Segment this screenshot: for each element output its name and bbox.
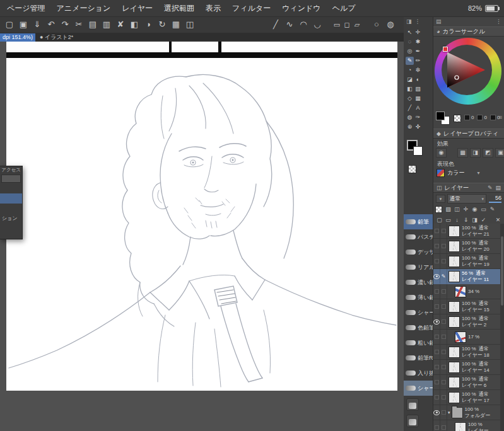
clear-button[interactable]: ✘ [114, 18, 127, 32]
edit-checkbox[interactable] [442, 335, 446, 339]
tool-move[interactable]: ✛ [414, 28, 422, 37]
grid-button[interactable]: ▦ [169, 18, 183, 32]
snap-curve-button[interactable]: ∿ [283, 18, 296, 32]
visibility-cell[interactable] [433, 299, 440, 314]
tool-frame[interactable]: ▦ [414, 95, 422, 103]
visibility-cell[interactable] [433, 314, 440, 329]
subtool-item[interactable]: 色鉛筆 [404, 320, 433, 335]
effect-expression-button[interactable]: ▣ [495, 148, 504, 158]
tool-balloon[interactable]: ◍ [406, 113, 414, 122]
tool-decoration[interactable]: ✼ [414, 66, 422, 74]
edit-state-cell[interactable]: ✎ [440, 284, 447, 299]
sub-color-swatch[interactable] [413, 146, 423, 156]
layer-thumbnail[interactable] [448, 226, 460, 237]
edit-checkbox[interactable] [442, 304, 446, 309]
redo-button[interactable]: ↷ [58, 18, 72, 32]
layer-thumbnail[interactable] [455, 331, 466, 343]
view-prev-button[interactable]: ○ [370, 18, 384, 32]
レイヤー 15[interactable]: ✎ ▾ 100 % 通常 レイヤー 15 [433, 299, 500, 314]
visibility-checkbox[interactable] [435, 229, 439, 233]
レイヤー 19[interactable]: ✎ ▾ 100 % 通常 レイヤー 19 [433, 254, 500, 269]
menu-item[interactable]: アニメーション [51, 0, 117, 16]
quick-access-item[interactable]: ション [0, 214, 22, 224]
edit-state-cell[interactable]: ✎ [440, 254, 447, 268]
tool-gradient[interactable]: ▧ [414, 85, 422, 93]
edit-state-cell[interactable]: ✎ [440, 420, 447, 431]
tool-text[interactable]: A [414, 104, 422, 112]
edit-state-cell[interactable]: ✎ [440, 239, 447, 253]
visibility-checkbox[interactable] [435, 304, 439, 309]
quick-access-item[interactable] [0, 204, 22, 214]
tool-pencil[interactable]: ✎ [406, 57, 414, 65]
visibility-cell[interactable] [433, 345, 440, 359]
tool-lasso[interactable]: ◌ [406, 38, 414, 46]
transparent-color-swatch[interactable] [408, 165, 416, 173]
visibility-checkbox[interactable] [435, 380, 439, 384]
edit-checkbox[interactable] [442, 259, 446, 263]
paste-button[interactable]: ▥ [100, 18, 114, 32]
layer-thumbnail[interactable] [448, 271, 460, 282]
レイヤー 11[interactable]: ✎ ▾ 56 % 通常 レイヤー 11 [433, 269, 500, 284]
snap-special-button[interactable]: ◡ [310, 18, 324, 32]
edit-state-cell[interactable]: ✎ [440, 330, 447, 344]
save-file-button[interactable]: ⇓ [30, 18, 44, 32]
tool-eyedropper[interactable]: ◎ [406, 47, 414, 55]
レイヤー…[interactable]: ✎ ▾ 100 % レイヤー… [433, 420, 500, 431]
レイヤー 21[interactable]: ✎ ▾ 100 % 通常 レイヤー 21 [433, 224, 500, 239]
select-rect-button[interactable]: ▭ [332, 18, 342, 32]
visibility-cell[interactable] [433, 420, 440, 431]
blend-mode-dropdown[interactable]: 通常 ▾ [447, 194, 486, 204]
layer-list-scrollbar[interactable] [500, 224, 504, 431]
visibility-checkbox[interactable] [435, 289, 439, 294]
open-file-button[interactable]: ▣ [16, 18, 30, 32]
tool-brush[interactable]: ✏ [414, 57, 422, 65]
tool-airbrush[interactable]: ◔ [406, 66, 414, 74]
edit-checkbox[interactable] [442, 395, 446, 399]
layer-thumbnail[interactable] [448, 301, 460, 313]
レイヤー 18[interactable]: ✎ ▾ 100 % 通常 レイヤー 18 [433, 345, 500, 360]
subtool-preview-button-2[interactable] [406, 415, 419, 427]
edit-state-cell[interactable]: ✎ [440, 405, 447, 420]
alpha-lock-button[interactable]: ▨ [444, 205, 452, 214]
color-menu-icon[interactable]: ≡ [499, 114, 502, 120]
menu-item[interactable]: ウィンドウ [276, 0, 326, 16]
combine-button[interactable]: ✛ [462, 205, 470, 214]
layer-property-header[interactable]: ◆ レイヤープロパティ [433, 129, 504, 139]
tool-hand[interactable]: ✜ [414, 123, 422, 131]
edit-checkbox[interactable] [442, 410, 446, 415]
collapse-dock-icon[interactable]: ◨ [406, 18, 412, 25]
tool-eraser[interactable]: ◪ [406, 76, 414, 84]
layer-row[interactable]: ✎ ▾ 17 % [433, 330, 500, 345]
subtool-item[interactable]: 濃い鉛筆 [404, 275, 433, 290]
visibility-checkbox[interactable] [435, 365, 439, 369]
edit-checkbox[interactable] [442, 244, 446, 248]
レイヤー 17[interactable]: ✎ ▾ 100 % 通常 レイヤー 17 [433, 390, 500, 405]
copy-button[interactable]: ▤ [86, 18, 100, 32]
tool-pen[interactable]: ✒ [414, 47, 422, 55]
layer-thumbnail[interactable] [455, 422, 466, 431]
opacity-value[interactable]: 56 [489, 195, 501, 203]
mask-button[interactable]: ▭ [479, 205, 488, 214]
edit-checkbox[interactable] [442, 380, 446, 384]
visibility-cell[interactable] [433, 269, 440, 284]
effect-layer-color-button[interactable]: ◩ [483, 148, 493, 158]
flip-view-button[interactable]: ◑ [141, 18, 155, 32]
subtool-item[interactable]: 薄い鉛筆 [404, 290, 433, 305]
visibility-checkbox[interactable] [435, 259, 439, 263]
sv-triangle[interactable] [443, 46, 491, 94]
layer-thumbnail[interactable] [448, 362, 460, 373]
select-poly-button[interactable]: ▱ [352, 18, 362, 32]
visibility-cell[interactable] [433, 405, 440, 420]
undo-button[interactable]: ↶ [44, 18, 58, 32]
snap-arc-button[interactable]: ◠ [296, 18, 310, 32]
edit-state-cell[interactable]: ✎ [440, 314, 447, 329]
clip-to-layer-button[interactable]: ◫ [453, 205, 461, 214]
edit-checkbox[interactable] [442, 365, 446, 369]
layer-thumbnail[interactable] [452, 407, 463, 418]
select-shrink-button[interactable]: ◻ [342, 18, 352, 32]
border-button[interactable]: ◉ [471, 205, 479, 214]
panel-overflow-icon[interactable]: ⋮ [496, 18, 501, 25]
main-color-chip[interactable] [436, 112, 445, 120]
menu-item[interactable]: レイヤー [116, 0, 158, 16]
tool-blend[interactable]: ◐ [414, 76, 422, 84]
